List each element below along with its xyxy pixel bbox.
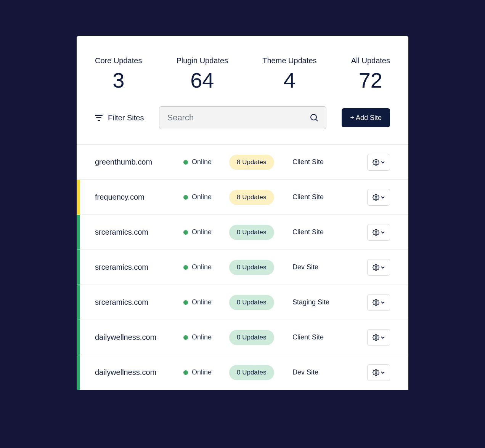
sites-panel: Core Updates 3 Plugin Updates 64 Theme U… (77, 36, 408, 390)
stats-row: Core Updates 3 Plugin Updates 64 Theme U… (77, 36, 408, 106)
site-settings-button[interactable] (367, 154, 390, 171)
updates-pill: 8 Updates (229, 190, 274, 205)
stat-value: 4 (284, 70, 295, 91)
stat-value: 72 (359, 70, 382, 91)
status-dot-icon (183, 160, 188, 165)
search-field (159, 106, 326, 129)
gear-icon (373, 264, 379, 271)
updates-pill: 0 Updates (229, 225, 274, 240)
site-row[interactable]: srceramics.comOnline0 UpdatesDev Site (77, 250, 408, 285)
controls-row: Filter Sites + Add Site (77, 106, 408, 144)
chevron-down-icon (381, 231, 385, 234)
site-status: Online (183, 333, 229, 341)
status-dot-icon (183, 370, 188, 375)
site-status: Online (183, 298, 229, 306)
stat-theme-updates[interactable]: Theme Updates 4 (262, 56, 316, 91)
site-row[interactable]: dailywellness.comOnline0 UpdatesDev Site (77, 355, 408, 390)
site-row[interactable]: srceramics.comOnline0 UpdatesStaging Sit… (77, 285, 408, 320)
stat-label: Core Updates (95, 56, 142, 65)
svg-point-7 (375, 336, 377, 338)
status-dot-icon (183, 335, 188, 340)
site-name: srceramics.com (95, 298, 183, 307)
row-flag (77, 215, 80, 250)
chevron-down-icon (381, 371, 385, 374)
site-updates: 0 Updates (229, 260, 292, 275)
search-input[interactable] (159, 106, 326, 129)
updates-pill: 0 Updates (229, 295, 274, 310)
stat-core-updates[interactable]: Core Updates 3 (95, 56, 142, 91)
row-flag (77, 250, 80, 285)
site-name: srceramics.com (95, 263, 183, 272)
svg-point-5 (375, 266, 377, 268)
svg-point-3 (375, 196, 377, 198)
stat-label: Plugin Updates (177, 56, 228, 65)
chevron-down-icon (381, 266, 385, 269)
svg-point-4 (375, 231, 377, 233)
gear-icon (373, 299, 379, 306)
gear-icon (373, 229, 379, 236)
chevron-down-icon (381, 161, 385, 163)
site-row[interactable]: dailywellness.comOnline0 UpdatesClient S… (77, 320, 408, 355)
row-flag (77, 355, 80, 390)
site-settings-button[interactable] (367, 224, 390, 241)
site-type: Client Site (292, 158, 367, 166)
chevron-down-icon (381, 196, 385, 198)
status-text: Online (192, 298, 212, 306)
gear-icon (373, 369, 379, 376)
status-dot-icon (183, 265, 188, 270)
site-settings-button[interactable] (367, 364, 390, 381)
svg-point-6 (375, 301, 377, 303)
site-status: Online (183, 193, 229, 201)
site-status: Online (183, 368, 229, 376)
svg-point-8 (375, 371, 377, 373)
stat-value: 3 (112, 70, 124, 91)
status-text: Online (192, 263, 212, 271)
site-row[interactable]: greenthumb.comOnline8 UpdatesClient Site (77, 145, 408, 180)
site-updates: 0 Updates (229, 295, 292, 310)
site-status: Online (183, 228, 229, 236)
status-text: Online (192, 368, 212, 376)
stat-value: 64 (190, 70, 214, 91)
site-type: Client Site (292, 333, 367, 341)
row-flag (77, 285, 80, 320)
site-name: srceramics.com (95, 228, 183, 237)
site-row[interactable]: srceramics.comOnline0 UpdatesClient Site (77, 215, 408, 250)
row-flag (77, 320, 80, 355)
site-type: Client Site (292, 228, 367, 236)
site-updates: 0 Updates (229, 330, 292, 345)
stat-label: Theme Updates (262, 56, 316, 65)
site-type: Client Site (292, 193, 367, 201)
stat-all-updates[interactable]: All Updates 72 (351, 56, 390, 91)
updates-pill: 0 Updates (229, 260, 274, 275)
site-updates: 0 Updates (229, 365, 292, 380)
site-updates: 8 Updates (229, 190, 292, 205)
site-status: Online (183, 158, 229, 166)
site-settings-button[interactable] (367, 294, 390, 311)
site-row[interactable]: frequency.comOnline8 UpdatesClient Site (77, 180, 408, 215)
gear-icon (373, 334, 379, 341)
chevron-down-icon (381, 336, 385, 339)
site-settings-button[interactable] (367, 189, 390, 206)
site-name: frequency.com (95, 193, 183, 202)
site-name: dailywellness.com (95, 368, 183, 377)
updates-pill: 0 Updates (229, 365, 274, 380)
status-dot-icon (183, 300, 188, 305)
status-text: Online (192, 333, 212, 341)
site-type: Dev Site (292, 368, 367, 376)
sites-list: greenthumb.comOnline8 UpdatesClient Site… (77, 144, 408, 390)
svg-point-2 (375, 161, 377, 163)
filter-icon (95, 115, 103, 121)
filter-label: Filter Sites (108, 114, 144, 122)
site-name: greenthumb.com (95, 158, 183, 166)
site-settings-button[interactable] (367, 259, 390, 276)
site-updates: 8 Updates (229, 155, 292, 170)
status-text: Online (192, 158, 212, 166)
updates-pill: 0 Updates (229, 330, 274, 345)
status-text: Online (192, 193, 212, 201)
filter-sites-button[interactable]: Filter Sites (95, 114, 144, 122)
status-text: Online (192, 228, 212, 236)
add-site-button[interactable]: + Add Site (342, 108, 390, 127)
status-dot-icon (183, 195, 188, 200)
stat-plugin-updates[interactable]: Plugin Updates 64 (177, 56, 228, 91)
site-settings-button[interactable] (367, 329, 390, 346)
